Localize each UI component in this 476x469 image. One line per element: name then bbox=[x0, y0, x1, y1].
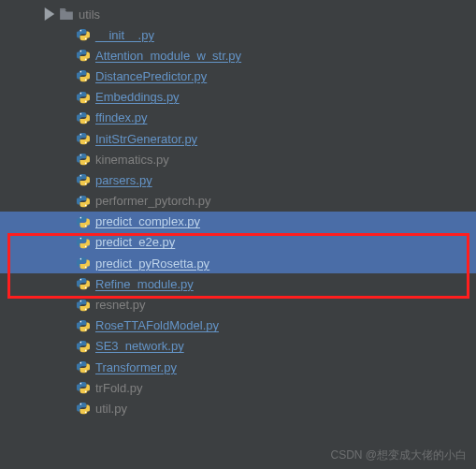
svg-point-26 bbox=[85, 204, 87, 206]
svg-point-41 bbox=[85, 308, 87, 310]
svg-point-14 bbox=[85, 121, 87, 123]
file-row[interactable]: SE3_network.py bbox=[0, 336, 476, 357]
svg-point-7 bbox=[80, 71, 82, 73]
python-file-icon bbox=[75, 195, 92, 208]
file-label: __init__.py bbox=[95, 28, 154, 42]
svg-point-53 bbox=[85, 391, 87, 393]
folder-icon bbox=[58, 8, 75, 20]
file-row[interactable]: Refine_module.py bbox=[0, 273, 476, 294]
file-row[interactable]: resnet.py bbox=[0, 294, 476, 315]
file-row[interactable]: RoseTTAFoldModel.py bbox=[0, 315, 476, 336]
svg-point-44 bbox=[85, 329, 87, 330]
file-row[interactable]: util.py bbox=[0, 398, 476, 418]
folder-label: utils bbox=[79, 7, 100, 22]
file-row[interactable]: __init__.py bbox=[0, 24, 476, 45]
file-label: InitStrGenerator.py bbox=[95, 132, 197, 146]
svg-point-49 bbox=[80, 362, 82, 364]
svg-point-40 bbox=[80, 300, 82, 301]
watermark-text: CSDN @想变成大佬的小白 bbox=[330, 447, 467, 463]
svg-point-20 bbox=[85, 163, 87, 165]
svg-point-50 bbox=[85, 371, 87, 373]
file-label: ffindex.py bbox=[95, 110, 147, 125]
svg-point-16 bbox=[80, 134, 82, 136]
file-label: predict_complex.py bbox=[95, 214, 200, 228]
python-file-icon bbox=[75, 402, 92, 415]
svg-point-34 bbox=[80, 258, 82, 260]
file-label: util.py bbox=[95, 402, 127, 416]
svg-point-37 bbox=[80, 279, 82, 281]
file-row[interactable]: performer_pytorch.py bbox=[0, 191, 476, 212]
file-label: DistancePredictor.py bbox=[95, 69, 207, 83]
file-label: trFold.py bbox=[95, 381, 143, 395]
file-row[interactable]: Transformer.py bbox=[0, 357, 476, 377]
file-label: predict_e2e.py bbox=[95, 235, 175, 249]
file-label: kinematics.py bbox=[95, 153, 169, 167]
svg-point-2 bbox=[85, 38, 87, 40]
file-row[interactable]: parsers.py bbox=[0, 169, 476, 190]
python-file-icon bbox=[75, 277, 92, 290]
file-label: Refine_module.py bbox=[95, 277, 194, 291]
file-row[interactable]: ffindex.py bbox=[0, 108, 476, 128]
python-file-icon bbox=[75, 256, 92, 270]
file-tree: utils __init__.pyAttention_module_w_str.… bbox=[0, 0, 476, 419]
python-file-icon bbox=[75, 69, 92, 82]
file-list: __init__.pyAttention_module_w_str.pyDist… bbox=[0, 24, 476, 419]
file-row[interactable]: predict_e2e.py bbox=[0, 232, 476, 253]
file-label: performer_pytorch.py bbox=[95, 194, 211, 208]
python-file-icon bbox=[75, 111, 92, 125]
svg-point-10 bbox=[80, 92, 82, 94]
svg-point-1 bbox=[80, 30, 82, 32]
svg-point-32 bbox=[85, 246, 87, 248]
svg-point-52 bbox=[80, 383, 82, 385]
file-row[interactable]: kinematics.py bbox=[0, 149, 476, 169]
python-file-icon bbox=[75, 319, 92, 332]
svg-point-47 bbox=[85, 349, 87, 351]
file-row[interactable]: DistancePredictor.py bbox=[0, 66, 476, 86]
file-label: Attention_module_w_str.py bbox=[95, 49, 241, 63]
python-file-icon bbox=[75, 132, 92, 145]
python-file-icon bbox=[75, 340, 92, 353]
file-label: resnet.py bbox=[95, 298, 145, 312]
file-row[interactable]: predict_pyRosetta.py bbox=[0, 253, 476, 273]
svg-point-29 bbox=[85, 225, 87, 227]
file-row[interactable]: Attention_module_w_str.py bbox=[0, 45, 476, 66]
file-label: Transformer.py bbox=[95, 360, 177, 374]
svg-point-28 bbox=[80, 217, 82, 219]
svg-point-5 bbox=[85, 59, 87, 61]
file-label: Embeddings.py bbox=[95, 90, 180, 104]
folder-row-utils[interactable]: utils bbox=[0, 4, 476, 24]
file-row[interactable]: InitStrGenerator.py bbox=[0, 128, 476, 149]
python-file-icon bbox=[75, 360, 92, 374]
svg-point-46 bbox=[80, 342, 82, 344]
svg-point-35 bbox=[85, 267, 87, 269]
svg-point-25 bbox=[80, 196, 82, 198]
python-file-icon bbox=[75, 91, 92, 104]
python-file-icon bbox=[75, 28, 92, 41]
svg-point-8 bbox=[85, 80, 87, 81]
svg-point-56 bbox=[85, 412, 87, 414]
chevron-right-icon[interactable] bbox=[43, 7, 56, 21]
file-label: predict_pyRosetta.py bbox=[95, 256, 209, 271]
python-file-icon bbox=[75, 49, 92, 62]
file-label: RoseTTAFoldModel.py bbox=[95, 318, 219, 332]
svg-point-11 bbox=[85, 100, 87, 102]
svg-point-13 bbox=[80, 113, 82, 115]
svg-point-31 bbox=[80, 238, 82, 240]
file-row[interactable]: trFold.py bbox=[0, 377, 476, 398]
python-file-icon bbox=[75, 173, 92, 186]
python-file-icon bbox=[75, 236, 92, 249]
file-label: parsers.py bbox=[95, 173, 152, 187]
svg-point-19 bbox=[80, 154, 82, 156]
svg-point-23 bbox=[85, 183, 87, 185]
file-row[interactable]: predict_complex.py bbox=[0, 212, 476, 232]
python-file-icon bbox=[75, 153, 92, 166]
file-label: SE3_network.py bbox=[95, 339, 184, 353]
svg-point-55 bbox=[80, 403, 82, 405]
file-row[interactable]: Embeddings.py bbox=[0, 87, 476, 108]
python-file-icon bbox=[75, 299, 92, 312]
python-file-icon bbox=[75, 215, 92, 228]
svg-point-17 bbox=[85, 142, 87, 144]
svg-point-38 bbox=[85, 287, 87, 289]
python-file-icon bbox=[75, 381, 92, 394]
svg-point-4 bbox=[80, 51, 82, 52]
